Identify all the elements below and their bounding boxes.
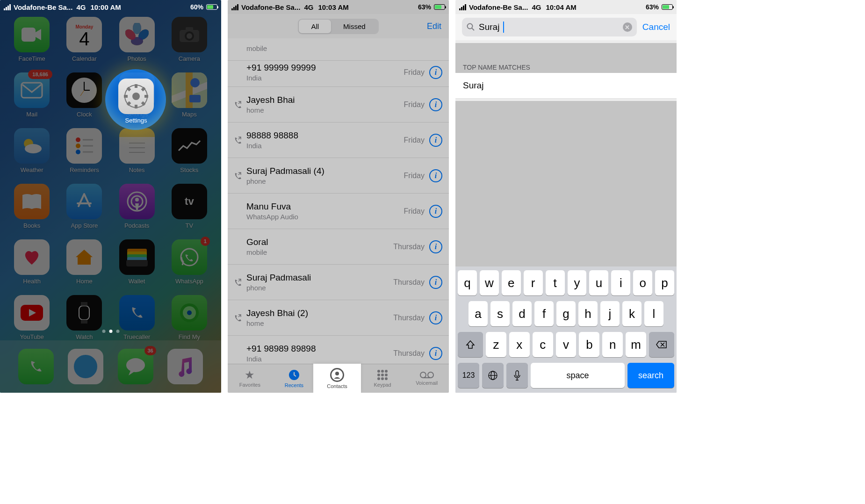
status-time: 10:04 AM: [546, 3, 576, 11]
status-bar: Vodafone-Be Sa... 4G 10:00 AM 60%: [0, 0, 221, 14]
key-f[interactable]: f: [534, 301, 554, 326]
app-settings-highlighted[interactable]: Settings: [118, 79, 154, 124]
search-key[interactable]: search: [627, 363, 674, 388]
key-b[interactable]: b: [579, 332, 599, 357]
key-w[interactable]: w: [480, 270, 499, 295]
svg-rect-50: [135, 84, 137, 88]
key-u[interactable]: u: [589, 270, 608, 295]
svg-rect-82: [516, 371, 519, 376]
key-e[interactable]: e: [502, 270, 521, 295]
key-l[interactable]: l: [644, 301, 663, 326]
battery-pct: 60%: [190, 3, 203, 11]
key-q[interactable]: q: [458, 270, 477, 295]
key-m[interactable]: m: [626, 332, 646, 357]
network-label: 4G: [304, 3, 313, 11]
status-time: 10:03 AM: [318, 3, 348, 11]
key-h[interactable]: h: [578, 301, 598, 326]
home-screen: Vodafone-Be Sa... 4G 10:00 AM 60% FaceTi…: [0, 0, 221, 393]
text-cursor: [503, 22, 504, 33]
section-header: TOP NAME MATCHES: [455, 43, 677, 76]
key-x[interactable]: x: [509, 332, 530, 357]
key-i[interactable]: i: [611, 270, 630, 295]
search-result[interactable]: Suraj: [455, 73, 677, 99]
key-v[interactable]: v: [556, 332, 577, 357]
key-g[interactable]: g: [556, 301, 576, 326]
dim-overlay: [228, 0, 449, 393]
contacts-search-screen: Vodafone-Be Sa... 4G 10:04 AM 63% Suraj …: [455, 0, 677, 393]
svg-line-78: [472, 28, 474, 30]
key-j[interactable]: j: [600, 301, 620, 326]
svg-rect-52: [124, 95, 128, 98]
battery-pct: 63%: [418, 3, 431, 11]
mic-key[interactable]: [506, 363, 528, 388]
key-s[interactable]: s: [490, 301, 510, 326]
key-z[interactable]: z: [486, 332, 506, 357]
recents-screen: Vodafone-Be Sa... 4G 10:03 AM 63% All Mi…: [228, 0, 449, 393]
key-c[interactable]: c: [533, 332, 553, 357]
svg-rect-53: [144, 95, 148, 98]
search-value: Suraj: [479, 22, 499, 32]
svg-rect-54: [141, 86, 146, 91]
carrier-label: Vodafone-Be Sa...: [14, 3, 72, 11]
svg-rect-56: [126, 86, 131, 91]
delete-key[interactable]: [649, 332, 674, 357]
shift-key[interactable]: [458, 332, 483, 357]
numeric-key[interactable]: 123: [458, 363, 479, 388]
status-bar: Vodafone-Be Sa... 4G 10:03 AM 63%: [228, 0, 449, 14]
carrier-label: Vodafone-Be Sa...: [241, 3, 300, 11]
cancel-button[interactable]: Cancel: [642, 22, 670, 32]
clear-button[interactable]: ✕: [623, 22, 632, 32]
key-o[interactable]: o: [633, 270, 652, 295]
network-label: 4G: [76, 3, 86, 11]
svg-rect-51: [135, 105, 137, 108]
svg-rect-55: [126, 101, 131, 106]
keyboard: qwertyuiop asdfghjkl zxcvbnm 123 space s…: [455, 266, 677, 393]
svg-point-77: [468, 24, 473, 29]
dim-overlay: [0, 0, 221, 393]
tab-contacts-highlighted[interactable]: Contacts: [313, 364, 361, 393]
globe-key[interactable]: [482, 363, 504, 388]
key-d[interactable]: d: [512, 301, 532, 326]
battery-icon: [434, 4, 445, 10]
signal-icon: [459, 4, 466, 10]
settings-label: Settings: [125, 117, 147, 124]
search-bar: Suraj ✕ Cancel: [455, 14, 677, 40]
battery-icon: [206, 4, 217, 10]
key-n[interactable]: n: [602, 332, 623, 357]
gear-icon: [118, 79, 154, 114]
battery-icon: [662, 4, 673, 10]
key-k[interactable]: k: [622, 301, 642, 326]
page-indicator[interactable]: [102, 330, 119, 333]
key-a[interactable]: a: [469, 301, 488, 326]
key-r[interactable]: r: [524, 270, 543, 295]
key-p[interactable]: p: [655, 270, 674, 295]
signal-icon: [231, 4, 238, 10]
svg-point-76: [335, 372, 339, 375]
carrier-label: Vodafone-Be Sa...: [469, 3, 528, 11]
space-key[interactable]: space: [531, 363, 625, 388]
status-time: 10:00 AM: [90, 3, 121, 11]
contact-icon: [330, 368, 344, 382]
svg-rect-57: [141, 101, 146, 106]
key-y[interactable]: y: [568, 270, 587, 295]
battery-pct: 63%: [646, 3, 659, 11]
search-input[interactable]: Suraj ✕: [462, 18, 637, 36]
signal-icon: [4, 4, 11, 10]
status-bar: Vodafone-Be Sa... 4G 10:04 AM 63%: [455, 0, 677, 14]
network-label: 4G: [532, 3, 541, 11]
key-t[interactable]: t: [546, 270, 565, 295]
tab-contacts-label: Contacts: [327, 383, 347, 389]
search-icon: [467, 23, 475, 31]
svg-point-49: [132, 93, 140, 100]
